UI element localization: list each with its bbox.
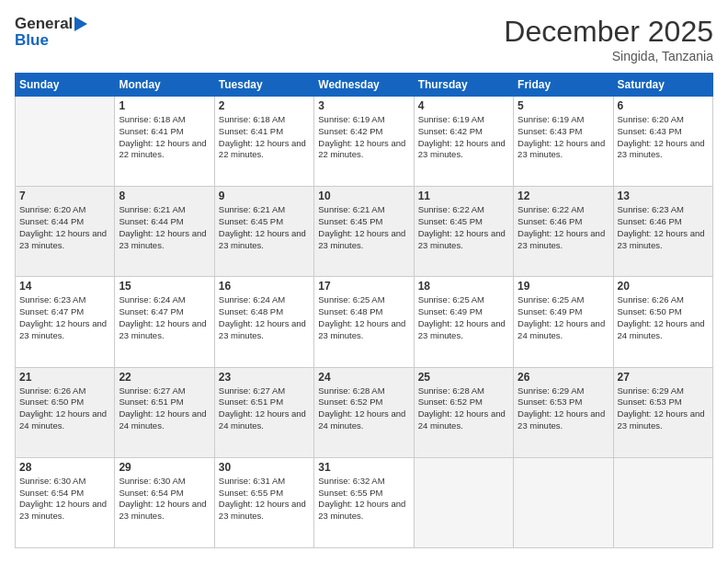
calendar-cell: 31Sunrise: 6:32 AM Sunset: 6:55 PM Dayli… (314, 457, 414, 547)
cell-info: Sunrise: 6:27 AM Sunset: 6:51 PM Dayligh… (219, 385, 310, 432)
cell-info: Sunrise: 6:24 AM Sunset: 6:48 PM Dayligh… (219, 294, 310, 341)
calendar-cell: 27Sunrise: 6:29 AM Sunset: 6:53 PM Dayli… (613, 367, 712, 457)
calendar-day-header: Monday (115, 74, 214, 97)
calendar-cell: 2Sunrise: 6:18 AM Sunset: 6:41 PM Daylig… (214, 97, 313, 187)
logo-general-text: General (15, 15, 73, 33)
calendar-cell: 16Sunrise: 6:24 AM Sunset: 6:48 PM Dayli… (214, 277, 313, 367)
day-number: 9 (219, 190, 310, 202)
calendar-cell (414, 457, 513, 547)
page: General Blue December 2025 Singida, Tanz… (0, 0, 728, 563)
calendar-day-header: Saturday (613, 74, 712, 97)
calendar-cell: 4Sunrise: 6:19 AM Sunset: 6:42 PM Daylig… (414, 97, 513, 187)
day-number: 12 (518, 190, 609, 202)
calendar-day-header: Sunday (16, 74, 115, 97)
calendar-week-row: 28Sunrise: 6:30 AM Sunset: 6:54 PM Dayli… (16, 457, 713, 547)
cell-info: Sunrise: 6:18 AM Sunset: 6:41 PM Dayligh… (119, 114, 210, 161)
day-number: 3 (318, 99, 409, 112)
calendar-cell: 8Sunrise: 6:21 AM Sunset: 6:44 PM Daylig… (115, 187, 214, 277)
day-number: 16 (219, 280, 310, 293)
calendar-cell (514, 457, 613, 547)
cell-info: Sunrise: 6:24 AM Sunset: 6:47 PM Dayligh… (119, 294, 210, 341)
cell-info: Sunrise: 6:28 AM Sunset: 6:52 PM Dayligh… (318, 385, 409, 432)
calendar-cell: 9Sunrise: 6:21 AM Sunset: 6:45 PM Daylig… (214, 187, 313, 277)
cell-info: Sunrise: 6:19 AM Sunset: 6:42 PM Dayligh… (418, 114, 509, 161)
calendar-cell: 30Sunrise: 6:31 AM Sunset: 6:55 PM Dayli… (214, 457, 313, 547)
day-number: 13 (618, 190, 709, 202)
day-number: 17 (318, 280, 409, 293)
calendar-cell: 23Sunrise: 6:27 AM Sunset: 6:51 PM Dayli… (214, 367, 313, 457)
calendar-cell: 19Sunrise: 6:25 AM Sunset: 6:49 PM Dayli… (514, 277, 613, 367)
cell-info: Sunrise: 6:23 AM Sunset: 6:47 PM Dayligh… (19, 294, 110, 341)
day-number: 6 (618, 99, 709, 112)
cell-info: Sunrise: 6:32 AM Sunset: 6:55 PM Dayligh… (318, 476, 409, 523)
calendar-day-header: Wednesday (314, 74, 414, 97)
day-number: 19 (518, 280, 609, 293)
day-number: 27 (618, 371, 709, 384)
day-number: 29 (119, 461, 210, 474)
calendar-cell: 15Sunrise: 6:24 AM Sunset: 6:47 PM Dayli… (115, 277, 214, 367)
logo-triangle-icon (74, 17, 87, 31)
day-number: 15 (119, 280, 210, 293)
cell-info: Sunrise: 6:23 AM Sunset: 6:46 PM Dayligh… (618, 204, 709, 251)
day-number: 20 (618, 280, 709, 293)
calendar-cell: 3Sunrise: 6:19 AM Sunset: 6:42 PM Daylig… (314, 97, 414, 187)
day-number: 21 (19, 371, 110, 384)
cell-info: Sunrise: 6:25 AM Sunset: 6:49 PM Dayligh… (418, 294, 509, 341)
calendar-cell: 14Sunrise: 6:23 AM Sunset: 6:47 PM Dayli… (16, 277, 115, 367)
cell-info: Sunrise: 6:30 AM Sunset: 6:54 PM Dayligh… (19, 476, 110, 523)
cell-info: Sunrise: 6:26 AM Sunset: 6:50 PM Dayligh… (618, 294, 709, 341)
day-number: 14 (19, 280, 110, 293)
calendar-week-row: 21Sunrise: 6:26 AM Sunset: 6:50 PM Dayli… (16, 367, 713, 457)
calendar-cell: 7Sunrise: 6:20 AM Sunset: 6:44 PM Daylig… (16, 187, 115, 277)
calendar-cell: 13Sunrise: 6:23 AM Sunset: 6:46 PM Dayli… (613, 187, 712, 277)
cell-info: Sunrise: 6:29 AM Sunset: 6:53 PM Dayligh… (618, 385, 709, 432)
cell-info: Sunrise: 6:19 AM Sunset: 6:43 PM Dayligh… (518, 114, 609, 161)
cell-info: Sunrise: 6:29 AM Sunset: 6:53 PM Dayligh… (518, 385, 609, 432)
calendar-cell: 10Sunrise: 6:21 AM Sunset: 6:45 PM Dayli… (314, 187, 414, 277)
calendar-cell (16, 97, 115, 187)
calendar-cell (613, 457, 712, 547)
calendar-week-row: 1Sunrise: 6:18 AM Sunset: 6:41 PM Daylig… (16, 97, 713, 187)
calendar-cell: 18Sunrise: 6:25 AM Sunset: 6:49 PM Dayli… (414, 277, 513, 367)
calendar-cell: 6Sunrise: 6:20 AM Sunset: 6:43 PM Daylig… (613, 97, 712, 187)
day-number: 11 (418, 190, 509, 202)
cell-info: Sunrise: 6:19 AM Sunset: 6:42 PM Dayligh… (318, 114, 409, 161)
calendar-cell: 20Sunrise: 6:26 AM Sunset: 6:50 PM Dayli… (613, 277, 712, 367)
calendar-cell: 29Sunrise: 6:30 AM Sunset: 6:54 PM Dayli… (115, 457, 214, 547)
cell-info: Sunrise: 6:22 AM Sunset: 6:46 PM Dayligh… (518, 204, 609, 251)
calendar-cell: 5Sunrise: 6:19 AM Sunset: 6:43 PM Daylig… (514, 97, 613, 187)
calendar-cell: 26Sunrise: 6:29 AM Sunset: 6:53 PM Dayli… (514, 367, 613, 457)
logo: General Blue (15, 15, 87, 51)
calendar-cell: 28Sunrise: 6:30 AM Sunset: 6:54 PM Dayli… (16, 457, 115, 547)
day-number: 25 (418, 371, 509, 384)
cell-info: Sunrise: 6:21 AM Sunset: 6:44 PM Dayligh… (119, 204, 210, 251)
day-number: 4 (418, 99, 509, 112)
logo-container: General Blue (15, 15, 87, 51)
calendar-table: SundayMondayTuesdayWednesdayThursdayFrid… (15, 73, 713, 548)
day-number: 1 (119, 99, 210, 112)
calendar-day-header: Tuesday (214, 74, 313, 97)
cell-info: Sunrise: 6:28 AM Sunset: 6:52 PM Dayligh… (418, 385, 509, 432)
day-number: 2 (219, 99, 310, 112)
day-number: 7 (19, 190, 110, 202)
calendar-cell: 22Sunrise: 6:27 AM Sunset: 6:51 PM Dayli… (115, 367, 214, 457)
day-number: 18 (418, 280, 509, 293)
calendar-header-row: SundayMondayTuesdayWednesdayThursdayFrid… (16, 74, 713, 97)
location-subtitle: Singida, Tanzania (504, 49, 713, 63)
day-number: 8 (119, 190, 210, 202)
calendar-cell: 12Sunrise: 6:22 AM Sunset: 6:46 PM Dayli… (514, 187, 613, 277)
day-number: 22 (119, 371, 210, 384)
day-number: 31 (318, 461, 409, 474)
cell-info: Sunrise: 6:22 AM Sunset: 6:45 PM Dayligh… (418, 204, 509, 251)
day-number: 5 (518, 99, 609, 112)
cell-info: Sunrise: 6:21 AM Sunset: 6:45 PM Dayligh… (219, 204, 310, 251)
calendar-cell: 17Sunrise: 6:25 AM Sunset: 6:48 PM Dayli… (314, 277, 414, 367)
calendar-cell: 1Sunrise: 6:18 AM Sunset: 6:41 PM Daylig… (115, 97, 214, 187)
logo-blue-text: Blue (15, 31, 87, 50)
calendar-week-row: 7Sunrise: 6:20 AM Sunset: 6:44 PM Daylig… (16, 187, 713, 277)
calendar-cell: 24Sunrise: 6:28 AM Sunset: 6:52 PM Dayli… (314, 367, 414, 457)
day-number: 10 (318, 190, 409, 202)
header: General Blue December 2025 Singida, Tanz… (15, 15, 713, 63)
calendar-day-header: Thursday (414, 74, 513, 97)
calendar-cell: 21Sunrise: 6:26 AM Sunset: 6:50 PM Dayli… (16, 367, 115, 457)
